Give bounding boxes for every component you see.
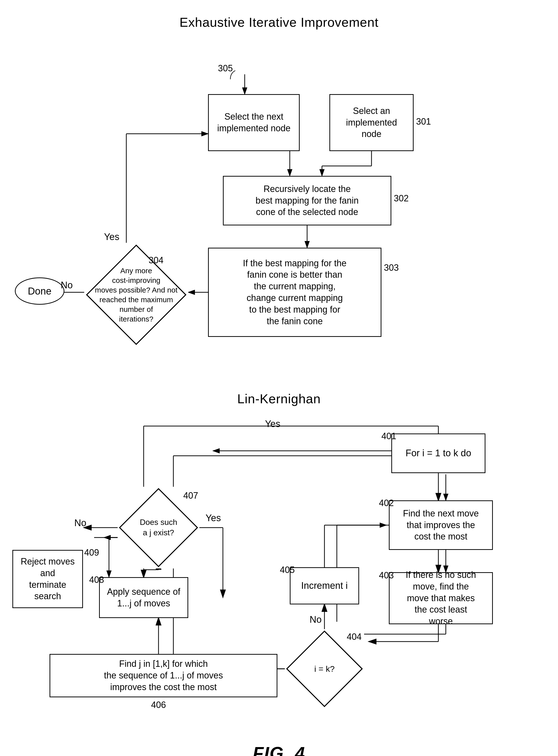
ref406: 406 bbox=[151, 700, 166, 710]
fig4-section: Lin-Kernighan bbox=[0, 392, 558, 756]
i-equals-k-diamond: i = k? bbox=[285, 629, 364, 708]
no-407-label: No bbox=[74, 518, 86, 528]
yes-label-fig3: Yes bbox=[104, 232, 119, 242]
select-next-node-box: Select the next implemented node bbox=[208, 94, 300, 151]
apply-sequence-box: Apply sequence of 1...j of moves bbox=[99, 577, 188, 618]
find-j-box: Find j in [1,k] for which the sequence o… bbox=[50, 654, 277, 697]
best-mapping-box: If the best mapping for the fanin cone i… bbox=[208, 248, 381, 337]
recursively-locate-box: Recursively locate the best mapping for … bbox=[223, 176, 391, 225]
page-container: Exhaustive Iterative Improvement bbox=[0, 0, 558, 756]
for-loop-box: For i = 1 to k do bbox=[391, 433, 485, 473]
ref402: 402 bbox=[379, 498, 394, 508]
ref408: 408 bbox=[89, 575, 104, 585]
j-exist-diamond: Does such a j exist? bbox=[118, 487, 199, 569]
find-next-move-box: Find the next move that improves the cos… bbox=[389, 500, 493, 550]
yes-404-label: Yes bbox=[265, 419, 280, 429]
fig3-section: Exhaustive Iterative Improvement bbox=[0, 15, 558, 335]
done-oval: Done bbox=[15, 277, 65, 305]
fig4-title: Lin-Kernighan bbox=[0, 392, 558, 406]
no-such-move-box: If there is no such move, find the move … bbox=[389, 572, 493, 624]
no-label-fig3: No bbox=[61, 280, 73, 291]
ref405: 405 bbox=[280, 565, 295, 575]
fig3-title: Exhaustive Iterative Improvement bbox=[0, 15, 558, 30]
select-impl-node-box: Select an implemented node bbox=[329, 94, 414, 151]
fig4-label: FIG. 4 bbox=[0, 743, 558, 756]
ref303: 303 bbox=[384, 262, 399, 273]
fig4-diagram: For i = 1 to k do 401 Find the next move… bbox=[0, 419, 558, 741]
fig3-diagram: 305 Select the next implemented node Sel… bbox=[0, 45, 558, 329]
reject-moves-box: Reject moves and terminate search bbox=[12, 550, 83, 608]
yes-407-label: Yes bbox=[206, 513, 221, 523]
ref403: 403 bbox=[379, 570, 394, 581]
ref301: 301 bbox=[416, 117, 431, 127]
ref401: 401 bbox=[381, 431, 396, 442]
no-404-label: No bbox=[310, 614, 322, 625]
cost-improving-diamond: Any more cost-improving moves possible? … bbox=[84, 243, 188, 347]
ref302: 302 bbox=[394, 193, 409, 204]
ref409: 409 bbox=[84, 548, 99, 558]
increment-i-box: Increment i bbox=[290, 567, 359, 604]
